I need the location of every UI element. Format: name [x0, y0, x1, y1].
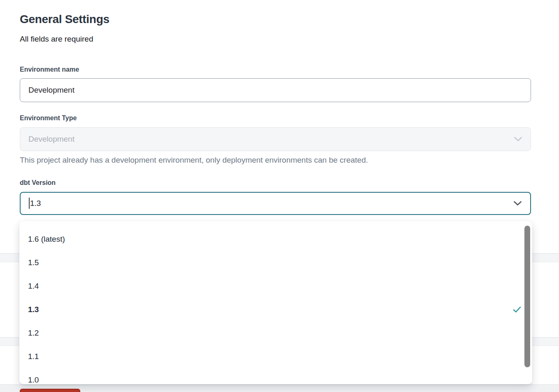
dropdown-option-selected[interactable]: 1.3 — [19, 298, 532, 321]
option-label: 1.4 — [28, 282, 39, 291]
dropdown-option[interactable]: 1.2 — [19, 321, 532, 345]
chevron-down-icon — [513, 201, 522, 206]
scrollbar-thumb[interactable] — [524, 226, 530, 367]
option-label: 1.2 — [28, 329, 39, 338]
dropdown-option[interactable]: 1.6 (latest) — [19, 227, 532, 251]
environment-type-select: Development — [20, 127, 531, 151]
option-label: 1.1 — [28, 352, 39, 361]
dropdown-option[interactable]: 1.0 — [19, 368, 532, 384]
dbt-version-value: 1.3 — [30, 199, 41, 208]
dropdown-option[interactable]: 1.4 — [19, 274, 532, 298]
dbt-version-label: dbt Version — [20, 179, 56, 187]
dbt-version-select[interactable]: 1.3 — [20, 192, 531, 215]
check-icon — [513, 306, 521, 313]
dropdown-option[interactable]: 1.5 — [19, 251, 532, 274]
option-label: 1.5 — [28, 258, 39, 267]
dropdown-option[interactable]: 1.1 — [19, 345, 532, 368]
option-label: 1.3 — [28, 305, 39, 314]
danger-button[interactable] — [20, 389, 80, 392]
environment-type-helper: This project already has a development e… — [20, 156, 368, 165]
page-subtitle: All fields are required — [20, 35, 93, 44]
text-cursor — [29, 198, 30, 209]
page-bottom-strip — [0, 384, 559, 392]
chevron-down-icon — [514, 137, 522, 142]
option-label: 1.6 (latest) — [28, 235, 65, 244]
environment-name-label: Environment name — [20, 66, 79, 73]
environment-name-input[interactable] — [20, 78, 531, 102]
dbt-version-dropdown: 1.6 (latest) 1.5 1.4 1.3 1.2 1.1 1.0 — [19, 221, 532, 384]
environment-type-value: Development — [28, 135, 75, 144]
page-title: General Settings — [20, 13, 109, 26]
option-label: 1.0 — [28, 376, 39, 385]
environment-type-label: Environment Type — [20, 114, 77, 122]
